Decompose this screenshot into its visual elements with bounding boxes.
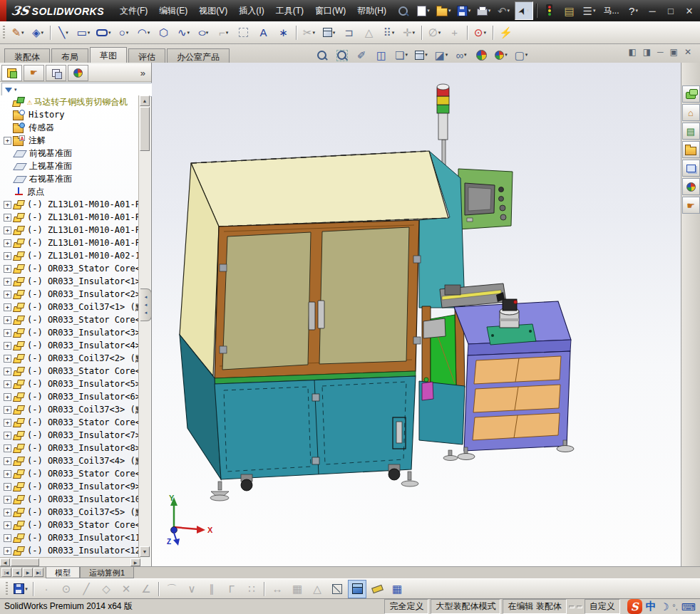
tree-vertical-scrollbar[interactable]: ▲ ▼ (138, 95, 150, 557)
tree-item[interactable]: +(-) OR033_Stator Core<1 (0, 262, 140, 275)
new-document-button[interactable]: ▾ (414, 1, 433, 20)
tree-horizontal-scrollbar[interactable]: ◀ ▶ (0, 557, 140, 567)
parallel-relation-button[interactable]: ∥ (202, 580, 221, 598)
last-tab-button[interactable]: ▶| (34, 568, 43, 577)
design-library-button[interactable]: ▤ (682, 123, 700, 140)
origin-indicator-button[interactable]: ⊙▾ (471, 24, 490, 42)
tree-item[interactable]: +(-) OR033_Insulator<10> (0, 493, 140, 506)
dimension-snap-button[interactable]: ↔ (268, 580, 287, 598)
expander[interactable]: + (4, 547, 11, 555)
centerpoint-arc-button[interactable]: ◠▾ (135, 24, 153, 42)
file-explorer-button[interactable] (682, 141, 700, 158)
maximize-window-button[interactable]: □ (666, 6, 676, 16)
expander[interactable]: + (4, 201, 11, 209)
filter-caret-icon[interactable]: ▾ (14, 87, 17, 93)
graphics-viewport[interactable]: Y X Z (152, 63, 681, 566)
angle-snap-button[interactable]: △ (308, 580, 326, 598)
expander[interactable]: + (4, 521, 11, 529)
expander[interactable]: + (4, 457, 11, 465)
dropdown-caret-icon[interactable]: ▾ (66, 30, 68, 36)
expander[interactable]: + (4, 265, 11, 273)
featuremanager-tab[interactable] (1, 65, 22, 81)
propertymanager-tab[interactable]: ☛ (24, 65, 44, 81)
dropdown-caret-icon[interactable]: ▾ (448, 8, 451, 14)
circle-button[interactable]: ○▾ (115, 24, 133, 42)
tab-sketch[interactable]: 草图 (90, 47, 127, 63)
perpendicular-relation-button[interactable]: Γ (222, 580, 241, 598)
dropdown-caret-icon[interactable]: ▾ (333, 30, 336, 36)
minimize-window-button[interactable]: ─ (647, 6, 657, 16)
tree-item[interactable]: +(-) OR033_Insulator<9> (0, 480, 140, 493)
tree-item[interactable]: +(-) OR033_Coil37<2> (默 (0, 352, 140, 365)
expander[interactable]: + (4, 291, 11, 298)
tree-item[interactable]: +(-) OR033_Insulator<6> (0, 390, 140, 403)
polygon-button[interactable]: ⬡ (155, 24, 173, 42)
expander[interactable]: + (4, 214, 11, 222)
dropdown-caret-icon[interactable]: ▾ (405, 52, 408, 58)
sketch-point-button[interactable]: · (37, 580, 56, 598)
menu-insert[interactable]: 插入(I) (233, 2, 269, 20)
expander[interactable]: + (4, 368, 11, 375)
menu-help[interactable]: 帮助(H) (351, 2, 392, 20)
dropdown-caret-icon[interactable]: ▾ (635, 8, 638, 14)
file-properties-button[interactable]: ▤ (560, 1, 579, 20)
tree-item[interactable]: +(-) OR033_Insulator<12> (0, 544, 140, 557)
solidworks-resources-button[interactable] (682, 85, 700, 103)
expander[interactable]: + (4, 380, 11, 388)
expander[interactable]: + (4, 329, 11, 337)
convert-entities-button[interactable]: ▾ (320, 24, 339, 42)
dropdown-caret-icon[interactable]: ▾ (126, 30, 129, 36)
edit-appearance-button[interactable]: ▾ (492, 46, 510, 64)
tree-item[interactable]: +(-) OR033_Coil37<4> (默 (0, 454, 140, 467)
pane-right-button[interactable]: ◨ (643, 47, 651, 57)
display-style-button[interactable]: ◪▾ (432, 46, 451, 64)
dropdown-caret-icon[interactable]: ▾ (464, 52, 467, 58)
scroll-down-button[interactable]: ▼ (140, 546, 150, 557)
sketch-button[interactable]: ✎▾ (9, 24, 27, 42)
dropdown-caret-icon[interactable]: ▾ (508, 8, 510, 14)
expander[interactable]: + (4, 470, 11, 478)
wireframe-display-button[interactable] (328, 580, 346, 598)
point-button[interactable]: ∗ (274, 24, 293, 42)
dropdown-caret-icon[interactable]: ▾ (484, 30, 487, 36)
options-button[interactable]: ☰▾ (580, 1, 599, 20)
dropdown-caret-icon[interactable]: ▾ (108, 30, 111, 36)
tree-item[interactable]: +(-) ZL13L01-M010-A01-P0 (0, 236, 140, 249)
expander[interactable]: + (4, 393, 11, 401)
close-document-button[interactable]: ✕ (684, 47, 691, 57)
tree-item[interactable]: 上视基准面 (0, 160, 140, 172)
dropdown-caret-icon[interactable]: ▾ (413, 30, 416, 36)
expander[interactable]: + (4, 342, 11, 350)
tab-assembly[interactable]: 装配体 (4, 48, 50, 63)
sogou-ime-icon[interactable]: S (627, 599, 642, 614)
tree-item[interactable]: +(-) OR033_Insulator<1> (0, 275, 140, 288)
measure-button[interactable] (368, 580, 386, 598)
undo-button[interactable]: ↶▾ (495, 1, 513, 20)
tree-item[interactable]: 右视基准面 (0, 172, 140, 185)
tab-layout[interactable]: 布局 (51, 48, 88, 63)
tree-item[interactable]: +(-) OR033_Stator Core<3 (0, 365, 140, 378)
expander[interactable]: + (4, 252, 11, 260)
mirror-entities-button[interactable]: △ (360, 24, 379, 42)
prev-tab-button[interactable]: ◀ (12, 568, 22, 577)
tab-model[interactable]: 模型 (46, 567, 80, 578)
dropdown-caret-icon[interactable]: ▾ (88, 30, 91, 36)
tree-item[interactable]: 原点 (0, 185, 140, 198)
dropdown-caret-icon[interactable]: ▾ (525, 52, 528, 58)
hide-show-items-button[interactable]: ∞▾ (452, 46, 470, 64)
menu-tools[interactable]: 工具(T) (270, 2, 309, 20)
select-button[interactable]: ➤▾ (515, 1, 533, 20)
expander[interactable]: + (4, 278, 11, 286)
tree-item[interactable]: +(-) OR033_Insulator<7> (0, 429, 140, 442)
magnified-selection-button[interactable]: ✐ (352, 46, 371, 64)
dropdown-caret-icon[interactable]: ▾ (425, 52, 428, 58)
linear-sketch-pattern-button[interactable]: ⠿▾ (380, 24, 398, 42)
next-tab-button[interactable]: ▶ (23, 568, 33, 577)
tab-evaluate[interactable]: 评估 (128, 48, 165, 63)
tree-item[interactable]: +(-) OR033_Coil37<1> (默 (0, 301, 140, 313)
dropdown-caret-icon[interactable]: ▾ (187, 30, 190, 36)
sketch-fillet-button[interactable]: ⌐▾ (215, 24, 233, 42)
tree-item[interactable]: +(-) ZL13L01-M010-A02-1- (0, 249, 140, 262)
design-table-button[interactable]: ▦ (388, 580, 406, 598)
tree-item[interactable]: 前视基准面 (0, 147, 140, 160)
